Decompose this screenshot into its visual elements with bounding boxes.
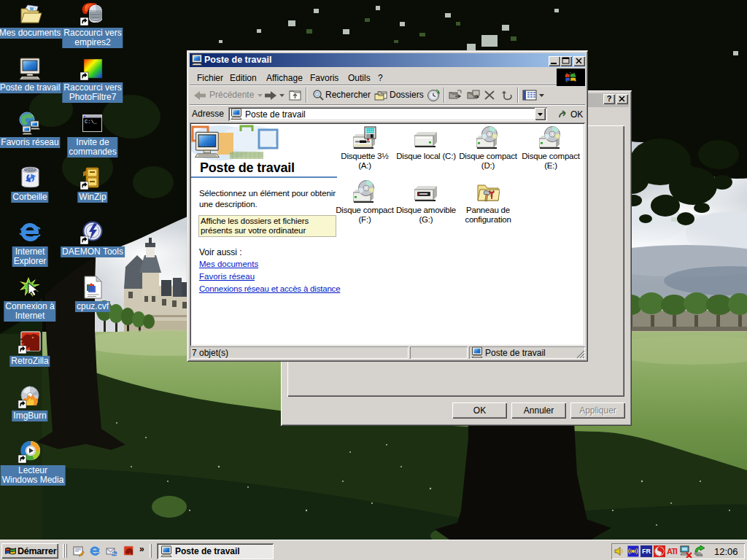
svg-text:C:\_: C:\_ <box>85 119 98 125</box>
svg-text:ATI: ATI <box>667 547 678 556</box>
